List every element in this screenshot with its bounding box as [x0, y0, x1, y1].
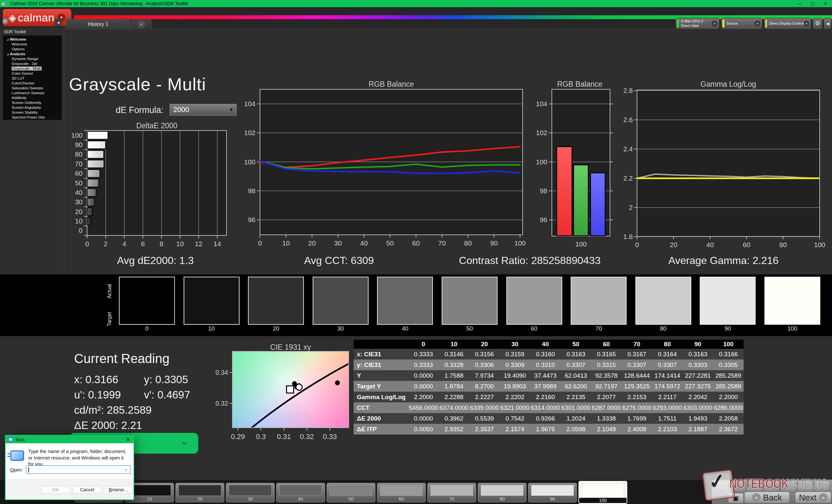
collapse-panel-button[interactable]: ◀	[824, 18, 832, 29]
toolbar-button-5[interactable]	[781, 481, 796, 492]
close-icon[interactable]: ✕	[819, 0, 832, 7]
chart-title-rgb-bar: RGB Balance	[549, 80, 611, 89]
next-button[interactable]: Next »	[795, 492, 831, 503]
level-tile-60[interactable]: 60	[377, 483, 426, 502]
table-row: CCT5456.00006374.00006339.00006321.00006…	[354, 402, 744, 413]
run-dialog-titlebar[interactable]: Run ✕	[5, 436, 134, 443]
table-cell: 2.2117	[652, 392, 683, 402]
cie-diagram-background	[232, 352, 349, 428]
level-tile-50[interactable]: 50	[327, 483, 375, 502]
svg-text:2: 2	[104, 240, 108, 248]
stat-avg-de2000: Avg dE2000: 1.3	[84, 255, 227, 267]
grayscale-swatch-30	[313, 277, 368, 325]
table-cell: 92.3578	[591, 370, 622, 381]
level-tile-40[interactable]: 40	[276, 483, 325, 502]
settings-button[interactable]: ⚙	[812, 18, 823, 29]
svg-text:70: 70	[438, 239, 446, 247]
table-cell: 6339.0000	[469, 402, 500, 413]
table-cell: 285.2589	[713, 381, 744, 392]
svg-text:0.34: 0.34	[215, 369, 228, 376]
svg-text:10: 10	[176, 240, 184, 248]
back-button[interactable]: « Back	[744, 492, 790, 503]
meter-button-display-control[interactable]: Direct Display Control ▾	[764, 18, 811, 29]
chevron-down-icon: ▾	[804, 21, 809, 27]
table-cell: 92.7197	[591, 381, 622, 392]
svg-text:30: 30	[334, 239, 342, 247]
close-icon[interactable]: ✕	[126, 437, 130, 443]
maximize-icon[interactable]: ▢	[806, 0, 819, 7]
tree-item-options[interactable]: Options	[3, 47, 62, 52]
run-window-icon	[8, 438, 13, 442]
run-dialog: Run ✕ Type the name of a program, folder…	[5, 435, 134, 500]
meter-status-stripe	[723, 20, 724, 28]
tree-item-analysis[interactable]: ◢Analysis	[3, 52, 62, 56]
tree-item-color-gamut[interactable]: Color Gamut	[3, 71, 62, 76]
table-cell: 2.2000	[408, 392, 439, 402]
add-tab-button[interactable]: +	[131, 19, 152, 30]
navigation-tree: ◢WelcomeWelcomeOptions◢AnalysisDynamic R…	[3, 35, 62, 120]
sidebar-orb-button[interactable]	[3, 19, 8, 24]
level-tile-90[interactable]: 90	[528, 483, 577, 502]
tree-item-3d-lut[interactable]: 3D LUT	[3, 76, 62, 81]
reading-luminance: cd/m²: 285.2589	[74, 404, 152, 416]
ok-button[interactable]: OK	[41, 486, 70, 494]
de-formula-value: 2000	[173, 106, 189, 114]
table-cell: 2.9352	[439, 424, 469, 435]
tree-item-welcome[interactable]: ◢Welcome	[3, 37, 62, 42]
svg-text:40: 40	[75, 189, 82, 196]
toolbar-button-4[interactable]	[764, 481, 779, 492]
svg-text:8: 8	[160, 240, 163, 248]
tree-item-luminance-sweeps[interactable]: Luminance Sweeps	[3, 91, 62, 95]
svg-text:0: 0	[258, 239, 262, 247]
toolbar-button-7[interactable]	[814, 481, 830, 492]
tab-history-1[interactable]: History 1	[66, 19, 131, 30]
sidebar-collapse-button[interactable]: ◀	[55, 19, 62, 26]
tree-item-colorchecker[interactable]: ColorChecker	[3, 81, 62, 86]
stop-button[interactable]: ▣	[728, 493, 744, 503]
toolbar-button-1[interactable]	[713, 481, 729, 492]
table-cell: 0.5539	[469, 413, 500, 424]
swatch-level-label: 100	[764, 326, 820, 332]
table-cell: 2.1887	[682, 424, 713, 435]
tree-item-screen-stability[interactable]: Screen Stability	[3, 110, 62, 115]
toolbar-button-6[interactable]	[798, 481, 813, 492]
table-cell: 0.3333	[408, 360, 439, 370]
tree-item-grayscale-multi[interactable]: Grayscale - Multi	[3, 66, 62, 71]
tree-item-screen-uniformity[interactable]: Screen Uniformity	[3, 100, 62, 105]
level-tile-100[interactable]: 100	[578, 481, 627, 504]
table-cell: 0.3309	[499, 360, 530, 370]
table-cell: 2.2153	[622, 392, 652, 402]
swatch-level-label: 70	[571, 326, 627, 332]
run-program-icon	[10, 450, 24, 461]
meter-button-source[interactable]: Source ▾	[721, 18, 762, 29]
level-tile-70[interactable]: 70	[427, 483, 476, 502]
tree-item-welcome[interactable]: Welcome	[3, 42, 62, 47]
toolbar-button-2[interactable]	[730, 481, 746, 492]
open-input[interactable]: ⌄	[26, 465, 131, 474]
svg-text:14: 14	[213, 240, 221, 248]
svg-text:80: 80	[779, 241, 787, 248]
minimize-icon[interactable]: —	[793, 0, 806, 7]
cancel-button[interactable]: Cancel	[73, 486, 101, 494]
tree-item-saturation-sweeps[interactable]: Saturation Sweeps	[3, 86, 62, 91]
level-tile-20[interactable]: 20	[176, 483, 224, 502]
de-formula-select[interactable]: 2000 ▼	[170, 104, 237, 116]
tree-item-dynamic-range[interactable]: Dynamic Range	[3, 56, 62, 61]
level-tile-80[interactable]: 80	[478, 483, 526, 502]
tile-patch	[178, 485, 221, 496]
tree-item-additivity[interactable]: Additivity	[3, 95, 62, 100]
meter-label: Direct Display Control	[769, 22, 803, 26]
level-tile-30[interactable]: 30	[226, 483, 275, 502]
table-cell: 2.2042	[682, 392, 713, 402]
current-reading-heading: Current Reading	[74, 352, 170, 366]
tree-item-screen-angularity[interactable]: Screen Angularity	[3, 105, 62, 110]
toolbar-button-3[interactable]	[747, 481, 762, 492]
tree-item-grayscale-2pt[interactable]: Grayscale - 2pt	[3, 61, 62, 66]
browse-button[interactable]: Browse...	[104, 486, 133, 494]
chevron-down-icon: ▾	[711, 21, 718, 27]
svg-text:0: 0	[85, 240, 89, 248]
tree-item-spectral-power-dist-[interactable]: Spectral Power Dist.	[3, 115, 62, 120]
svg-text:0.32: 0.32	[300, 432, 314, 441]
chevron-left-icon: ◀	[826, 21, 829, 26]
meter-button-xrite[interactable]: X-Rite i1Pro 2 Direct View ▾	[675, 18, 720, 29]
